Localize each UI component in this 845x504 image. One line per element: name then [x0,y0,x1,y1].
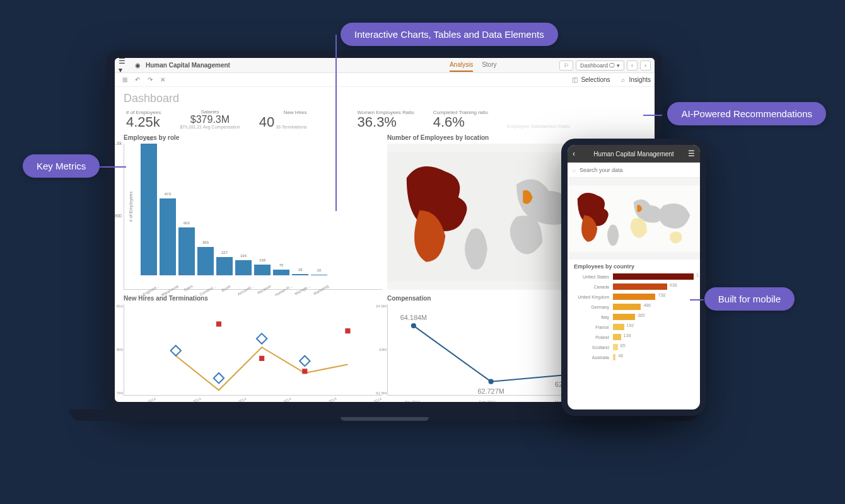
hbar-row[interactable]: Italy385 [574,314,694,320]
svg-rect-3 [302,369,307,374]
phone-map[interactable] [568,178,700,260]
hbar-row[interactable]: United States1.4k [574,273,694,280]
hbar-value: 85 [621,343,626,348]
bar-value: 602 [178,221,195,225]
bar-value: 138 [254,258,271,262]
search-icon: ⌕ [573,167,576,173]
callout-mobile: Built for mobile [704,287,795,311]
svg-rect-1 [216,321,221,326]
hbar [613,304,641,310]
data-label: 62.727M [477,387,504,395]
bar[interactable]: 1.66kEngineer... [141,144,157,275]
selections-label[interactable]: Selections [581,76,610,83]
callout-line [643,115,662,116]
hbar-label: Scotland [574,345,609,350]
bar-chart[interactable]: # of Employees 1.8k 900 1.66kEngineer...… [124,144,382,290]
bar[interactable]: 973Warehouse [160,198,176,276]
metric-sublabel: 36 Terminations [276,125,306,129]
bar[interactable]: 602Sales [178,227,195,275]
callout-interactive: Interactive Charts, Tables and Data Elem… [341,23,558,46]
tick: 900 [109,214,122,218]
hbar-label: Germany [574,305,609,309]
insights-label[interactable]: Insights [629,76,651,83]
page-title: Dashboard [115,87,655,108]
bar-category: Marketing [313,284,329,295]
hbar-row[interactable]: Germany486 [574,304,694,310]
tick: 63M [371,348,387,352]
bar[interactable]: 355Construc... [197,247,214,275]
back-icon[interactable]: ‹ [573,149,575,158]
svg-rect-4 [345,328,350,333]
app-title: Human Capital Management [146,62,230,69]
metric-satisfaction: Employee Satisfaction Ratio [507,123,570,129]
panel-employees-by-role[interactable]: Employees by role # of Employees 1.8k 90… [124,134,382,290]
hbar-row[interactable]: France192 [574,324,694,330]
hbar [613,273,694,280]
metric-sublabel: $79,281.21 Avg Compensation [180,125,240,129]
hbar-label: Italy [574,315,609,319]
scatter-chart[interactable]: 810 800 790 [124,304,382,396]
hbar-value: 938 [670,283,677,287]
phone-search[interactable]: ⌕ [568,163,700,178]
next-button[interactable]: › [640,60,651,71]
hbar-label: France [574,325,609,329]
bookmark-button[interactable]: ⚐ [559,60,573,71]
hbar-value: 48 [618,353,623,358]
bar[interactable]: 18Manage... [292,274,308,275]
bar[interactable]: 194Accounti... [235,260,252,275]
bar-value: 10 [311,268,327,272]
bar[interactable]: 138Receiver [254,265,271,275]
hbar [613,344,618,350]
hbar-row[interactable]: Canada938 [574,284,694,290]
undo-icon[interactable]: ↶ [131,76,144,83]
prev-button[interactable]: ‹ [627,60,638,71]
bar-value: 227 [216,251,233,255]
bar-category: Buyer [221,284,231,292]
panel-title: Employees by role [124,134,382,141]
tick: 800 [108,348,123,352]
hbar-label: Australia [574,355,609,360]
hbar-row[interactable]: Poland138 [574,334,694,340]
selections-icon[interactable]: ◫ [568,76,581,83]
bar[interactable]: 10Marketing [311,275,327,275]
insights-icon[interactable]: ⌕ [617,76,629,83]
globe-icon: ◉ [135,62,141,69]
tab-analysis[interactable]: Analysis [450,59,473,72]
metric-label: Employee Satisfaction Ratio [507,123,570,129]
hbar-label: Poland [574,335,609,340]
data-label: 64.184M [400,314,427,321]
hbar-value: 385 [638,313,645,318]
hbar [613,314,635,320]
phone-bars-chart[interactable]: United States1.4kCanada938United Kingdom… [568,271,700,363]
menu-icon[interactable]: ☰ [688,149,695,158]
phone-title: Human Capital Management [593,151,673,158]
tick: 810 [108,304,123,308]
bar[interactable]: 227Buyer [216,257,233,275]
hbar-value: 738 [658,293,665,297]
hbar-label: Canada [574,285,609,289]
hamburger-icon[interactable]: ☰ ▾ [119,57,130,74]
bar-category: Sales [184,284,194,292]
dashboard-dropdown[interactable]: Dashboard 🖵 ▾ [576,60,624,71]
hbar-row[interactable]: Scotland85 [574,344,694,350]
redo-icon[interactable]: ↷ [144,76,156,83]
hbar [613,334,621,340]
metric-label: New Hires [284,110,307,115]
search-input[interactable] [580,167,695,173]
hbar-value: 1.4k [696,273,704,277]
tab-story[interactable]: Story [482,59,496,72]
clear-icon[interactable]: ✕ [156,76,169,83]
hbar-row[interactable]: Australia48 [574,354,694,360]
callout-line [690,299,704,301]
metric-value: 40 [259,115,274,129]
tick: 790 [108,391,123,395]
bar[interactable]: 75Human R... [273,270,289,275]
panel-hires-terminations[interactable]: New Hires and Terminations 810 800 790 [124,295,382,396]
axis-label: # of Employees [129,192,133,222]
callout-key-metrics: Key Metrics [23,154,100,178]
hbar-row[interactable]: United Kingdom738 [574,294,694,300]
app-chrome-top: ☰ ▾ ◉ Human Capital Management Analysis … [115,58,655,73]
bar-value: 973 [160,192,176,196]
metrics-row: # of Employees 4.25k Salaries $379.3M $7… [115,108,655,134]
lasso-icon[interactable]: ⊞ [119,76,131,83]
